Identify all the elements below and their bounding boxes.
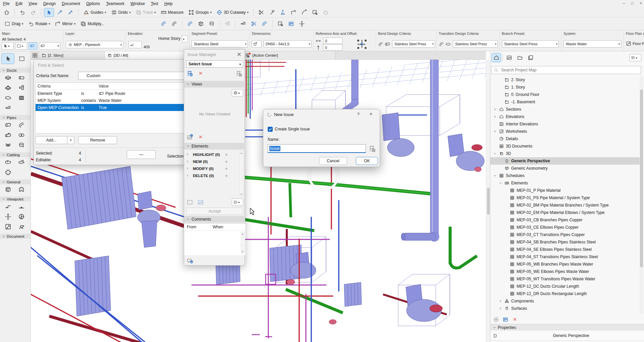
pipe-route-tool-3[interactable] xyxy=(185,20,195,28)
filter-view-icon[interactable] xyxy=(197,198,204,206)
selected-tool-button[interactable] xyxy=(29,42,37,50)
favorite-arrow-button[interactable]: ▸ xyxy=(2,42,14,50)
delete-issue-icon[interactable]: × xyxy=(197,70,204,77)
issue-scheme-icon[interactable] xyxy=(368,145,376,152)
undo-button[interactable] xyxy=(18,8,27,16)
tree-item-worksheets[interactable]: Worksheets xyxy=(490,128,640,135)
elements-section-header[interactable]: Elements xyxy=(184,143,245,150)
tool-pipejunction[interactable] xyxy=(16,131,27,139)
add-elements-icon[interactable]: + xyxy=(225,173,228,178)
groups-button[interactable]: Groups▾ xyxy=(186,8,213,16)
tool-vporbit[interactable] xyxy=(3,213,13,221)
tab-3d-all[interactable]: [3D / All] xyxy=(105,51,188,59)
chevron-down-icon[interactable] xyxy=(494,174,496,177)
tool-isotee[interactable] xyxy=(3,84,13,92)
tool-pipedrain[interactable] xyxy=(16,141,27,149)
redo-button[interactable] xyxy=(29,8,38,16)
tree-item-mep-04-st-transitions-pipes-stainless-steel[interactable]: MEP-04_ST Transitions Pipes Stainless St… xyxy=(490,253,640,261)
pipe-fitting-tool[interactable] xyxy=(196,20,206,28)
slope-button[interactable] xyxy=(128,41,142,48)
anchor-grid-icon[interactable] xyxy=(357,39,367,50)
views-settings-button[interactable]: ▸ xyxy=(232,89,243,97)
home-button[interactable] xyxy=(2,8,11,16)
tool-isoequip[interactable] xyxy=(16,94,27,102)
tree-item-mep-01-p-pipe-material[interactable]: MEP-01_P Pipe Material xyxy=(490,187,640,194)
pipe-route-tool-2[interactable] xyxy=(170,20,179,28)
tree-item-mep-01-ps-pipe-material-system-type[interactable]: MEP-01_PS Pipe Material / System Type xyxy=(490,194,640,202)
tool-equipbox[interactable] xyxy=(3,185,13,193)
pipe-bend-tool[interactable] xyxy=(207,20,216,28)
system-select[interactable]: Waste Water▾ xyxy=(564,40,621,48)
measure-button[interactable]: Measure xyxy=(159,8,185,16)
menu-test[interactable]: Test xyxy=(148,1,161,7)
tool-pipevalve[interactable] xyxy=(3,141,13,149)
tree-item-mep-12-dr-ducts-rectangular-length[interactable]: MEP-12_DR Ducts Rectangular Length xyxy=(490,290,640,297)
add-view-icon[interactable] xyxy=(186,133,194,141)
select-issue-dropdown[interactable]: Select Issue▸ xyxy=(186,60,243,68)
add-viewpoint-icon[interactable] xyxy=(493,317,499,323)
chevron-right-icon[interactable] xyxy=(499,307,502,310)
add-elements-icon[interactable]: + xyxy=(225,159,228,164)
marquee-tool[interactable] xyxy=(15,54,28,64)
close-button[interactable]: × xyxy=(370,111,372,117)
criteria-row-element-type[interactable]: Element TypeisPipe Route xyxy=(36,90,185,97)
tree-item-mep-03-cb-branches-pipes-copper[interactable]: MEP-03_CB Branches Pipes Copper xyxy=(490,216,640,224)
home-story-flyout[interactable]: ▸ xyxy=(182,35,188,43)
tool-traybranch[interactable] xyxy=(16,158,27,166)
branch-preset-select[interactable]: Stainless Steel Press▾ xyxy=(502,40,559,48)
tool-vpworksheet[interactable] xyxy=(3,223,13,231)
disconnect-tool[interactable] xyxy=(276,20,285,28)
tree-item-mep-05-wt-transitions-pipes-waste-water[interactable]: MEP-05_WT Transitions Pipes Waste Water xyxy=(490,275,640,283)
remove-criteria-button[interactable]: Remove xyxy=(78,136,117,144)
tree-item-components[interactable]: Components xyxy=(490,297,640,305)
offset-x-field[interactable]: 0 xyxy=(323,38,342,44)
toolbox-section-cabling[interactable]: Cabling xyxy=(0,152,31,157)
menu-window[interactable]: Window xyxy=(127,1,148,7)
tab-overview-button[interactable] xyxy=(31,51,39,59)
maximize-button[interactable]: □ xyxy=(631,1,634,6)
tree-item-mep-04-sb-branches-pipes-stainless-steel[interactable]: MEP-04_SB Branches Pipes Stainless Steel xyxy=(490,238,640,246)
criteria-row-open-mep-connection[interactable]: Open MEP ConnectionisTrue xyxy=(36,104,185,111)
delete-viewpoint-icon[interactable]: × xyxy=(512,317,518,323)
delete-view-icon[interactable]: × xyxy=(197,133,204,141)
fillet-button[interactable] xyxy=(300,8,309,16)
tool-traycross[interactable] xyxy=(3,168,13,176)
tool-isostraight[interactable] xyxy=(3,74,13,82)
ok-button[interactable]: OK xyxy=(356,157,378,165)
tree-item-schedules[interactable]: Schedules xyxy=(490,172,640,179)
criteria-row-mep-system[interactable]: MEP SystemcontainsWaste Water xyxy=(36,97,185,104)
tool-vpelev[interactable] xyxy=(16,203,27,211)
chevron-down-icon[interactable] xyxy=(494,152,496,155)
tree-item-mep-05-wb-branches-pipes-waste-water[interactable]: MEP-05_WB Branches Pipes Waste Water xyxy=(490,261,640,268)
chevron-right-icon[interactable] xyxy=(499,300,502,302)
tool-vpstory[interactable] xyxy=(3,203,13,211)
tool-fitting[interactable] xyxy=(16,185,27,193)
search-input[interactable] xyxy=(500,67,629,73)
element-type-button[interactable]: ▾ xyxy=(39,42,60,50)
tree-item-mep-04-se-elbows-pipes-stainless-steel[interactable]: MEP-04_SE Elbows Pipes Stainless Steel xyxy=(490,246,640,253)
tree-item-2-story[interactable]: 2. Story xyxy=(490,76,640,83)
tree-item-elements[interactable]: Elements xyxy=(490,179,640,187)
comments-section-header[interactable]: Comments xyxy=(184,216,245,223)
element-row-highlight-0[interactable]: HIGHLIGHT (0)+ xyxy=(184,151,239,158)
toolbox-section-ducts[interactable]: Ducts xyxy=(0,68,31,73)
eyedropper-button[interactable] xyxy=(55,8,64,16)
tool-isotakeoff[interactable] xyxy=(3,104,13,112)
trace-button[interactable]: Trace▾ xyxy=(134,8,158,16)
deselect-button[interactable]: — xyxy=(127,150,156,159)
tree-item-sections[interactable]: Sections xyxy=(490,106,640,113)
tool-isoflex[interactable] xyxy=(16,74,27,82)
inject-parameters-button[interactable] xyxy=(66,8,75,16)
viewpoint-settings-icon[interactable] xyxy=(502,317,508,323)
drag-button[interactable]: Drag▾ xyxy=(3,20,25,28)
favorite-marquee-button[interactable]: ▸ xyxy=(15,42,27,50)
toolbox-section-document[interactable]: Document xyxy=(0,234,31,239)
chevron-right-icon[interactable] xyxy=(494,130,496,133)
help-button[interactable]: ? xyxy=(357,112,360,117)
tool-tray[interactable] xyxy=(3,158,13,166)
mep-list-tool[interactable] xyxy=(286,20,296,28)
close-icon[interactable] xyxy=(236,52,242,57)
issue-details-icon[interactable] xyxy=(235,70,243,77)
accept-button[interactable]: Accept xyxy=(186,208,243,215)
navigator-menu-button[interactable]: ▸ xyxy=(629,54,641,61)
